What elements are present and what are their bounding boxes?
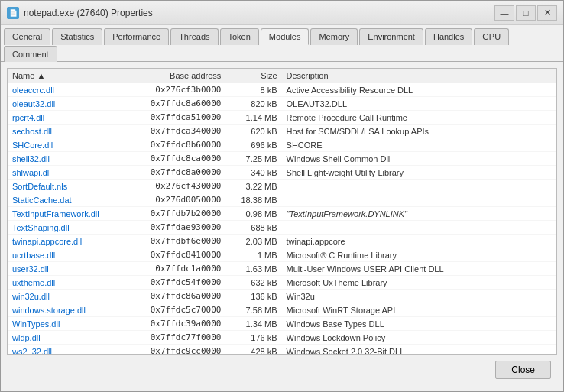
cell-size: 136 kB xyxy=(225,290,281,303)
cell-desc xyxy=(282,193,556,207)
minimize-button[interactable]: — xyxy=(494,5,514,21)
table-row[interactable]: uxtheme.dll0x7ffdc54f0000632 kBMicrosoft… xyxy=(8,276,556,290)
table-row[interactable]: rpcrt4.dll0x7ffdca5100001.14 MBRemote Pr… xyxy=(8,111,556,125)
table-row[interactable]: shlwapi.dll0x7ffdc8a00000340 kBShell Lig… xyxy=(8,166,556,180)
table-row[interactable]: oleaccrc.dll0x276cf3b00008 kBActive Acce… xyxy=(8,83,556,97)
cell-desc: Host for SCM/SDDL/LSA Lookup APIs xyxy=(282,125,556,138)
cell-desc xyxy=(282,221,556,235)
table-row[interactable]: win32u.dll0x7ffdc86a0000136 kBWin32u xyxy=(8,290,556,303)
cell-desc: Win32u xyxy=(282,290,556,303)
table-scroll-area[interactable]: Name ▲ Base address Size Description ole… xyxy=(8,69,556,354)
cell-baseaddr: 0x7ffdc39a0000 xyxy=(127,317,226,331)
tab-environment[interactable]: Environment xyxy=(359,28,423,45)
table-row[interactable]: SHCore.dll0x7ffdc8b60000696 kBSHCORE xyxy=(8,138,556,152)
col-header-size[interactable]: Size xyxy=(225,69,281,83)
cell-desc: Multi-User Windows USER API Client DLL xyxy=(282,262,556,276)
cell-name: user32.dll xyxy=(8,262,127,276)
title-bar: 📄 notepad.exe (27640) Properties — □ ✕ xyxy=(1,1,563,25)
tab-performance[interactable]: Performance xyxy=(104,28,169,45)
tab-threads[interactable]: Threads xyxy=(170,28,218,45)
cell-desc: Microsoft® C Runtime Library xyxy=(282,248,556,262)
col-header-desc[interactable]: Description xyxy=(282,69,556,83)
cell-baseaddr: 0x276d0050000 xyxy=(127,193,226,207)
cell-baseaddr: 0x276cf430000 xyxy=(127,180,226,193)
cell-baseaddr: 0x7ffdca340000 xyxy=(127,125,226,138)
app-icon: 📄 xyxy=(7,7,19,19)
tab-comment[interactable]: Comment xyxy=(4,46,57,62)
sort-arrow-icon: ▲ xyxy=(37,71,45,80)
table-row[interactable]: WinTypes.dll0x7ffdc39a00001.34 MBWindows… xyxy=(8,317,556,331)
cell-baseaddr: 0x7ffdbf6e0000 xyxy=(127,235,226,248)
col-header-baseaddr[interactable]: Base address xyxy=(127,69,226,83)
cell-baseaddr: 0x7ffdc77f0000 xyxy=(127,331,226,345)
table-row[interactable]: user32.dll0x7ffdc1a00001.63 MBMulti-User… xyxy=(8,262,556,276)
tab-memory[interactable]: Memory xyxy=(310,28,358,45)
table-header-row: Name ▲ Base address Size Description xyxy=(8,69,556,83)
table-row[interactable]: StaticCache.dat0x276d005000018.38 MB xyxy=(8,193,556,207)
cell-name: ws2_32.dll xyxy=(8,345,127,355)
table-row[interactable]: SortDefault.nls0x276cf4300003.22 MB xyxy=(8,180,556,193)
cell-baseaddr: 0x7ffdc8a60000 xyxy=(127,97,226,111)
cell-desc: Windows Lockdown Policy xyxy=(282,331,556,345)
tabs-bar: General Statistics Performance Threads T… xyxy=(1,25,563,62)
table-row[interactable]: TextShaping.dll0x7ffdae930000688 kB xyxy=(8,221,556,235)
table-row[interactable]: twinapi.appcore.dll0x7ffdbf6e00002.03 MB… xyxy=(8,235,556,248)
cell-desc: OLEAUT32.DLL xyxy=(282,97,556,111)
cell-size: 7.58 MB xyxy=(225,303,281,317)
cell-baseaddr: 0x7ffdc1a0000 xyxy=(127,262,226,276)
cell-size: 1.14 MB xyxy=(225,111,281,125)
cell-baseaddr: 0x7ffdc8ca0000 xyxy=(127,152,226,166)
cell-size: 3.22 MB xyxy=(225,180,281,193)
cell-size: 18.38 MB xyxy=(225,193,281,207)
cell-size: 632 kB xyxy=(225,276,281,290)
tab-modules[interactable]: Modules xyxy=(261,28,310,45)
cell-size: 1.34 MB xyxy=(225,317,281,331)
table-row[interactable]: wldp.dll0x7ffdc77f0000176 kBWindows Lock… xyxy=(8,331,556,345)
window-close-button[interactable]: ✕ xyxy=(537,5,557,21)
table-row[interactable]: TextInputFramework.dll0x7ffdb7b200000.98… xyxy=(8,207,556,221)
content-area: Name ▲ Base address Size Description ole… xyxy=(1,62,563,391)
cell-name: shlwapi.dll xyxy=(8,166,127,180)
cell-size: 428 kB xyxy=(225,345,281,355)
cell-size: 696 kB xyxy=(225,138,281,152)
cell-baseaddr: 0x7ffdb7b20000 xyxy=(127,207,226,221)
cell-desc xyxy=(282,180,556,193)
cell-baseaddr: 0x7ffdc8410000 xyxy=(127,248,226,262)
cell-desc: Remote Procedure Call Runtime xyxy=(282,111,556,125)
tab-general[interactable]: General xyxy=(4,28,50,45)
table-row[interactable]: windows.storage.dll0x7ffdc5c700007.58 MB… xyxy=(8,303,556,317)
cell-size: 1 MB xyxy=(225,248,281,262)
table-body: oleaccrc.dll0x276cf3b00008 kBActive Acce… xyxy=(8,83,556,355)
tab-handles[interactable]: Handles xyxy=(425,28,472,45)
col-header-name[interactable]: Name ▲ xyxy=(8,69,127,83)
modules-table: Name ▲ Base address Size Description ole… xyxy=(8,69,556,354)
close-button[interactable]: Close xyxy=(495,361,551,379)
cell-desc: Active Accessibility Resource DLL xyxy=(282,83,556,97)
tab-token[interactable]: Token xyxy=(220,28,259,45)
cell-baseaddr: 0x7ffdc9cc0000 xyxy=(127,345,226,355)
cell-name: TextShaping.dll xyxy=(8,221,127,235)
title-bar-left: 📄 notepad.exe (27640) Properties xyxy=(7,7,153,19)
cell-baseaddr: 0x7ffdc54f0000 xyxy=(127,276,226,290)
cell-desc: Windows Socket 2.0 32-Bit DLL xyxy=(282,345,556,355)
tab-statistics[interactable]: Statistics xyxy=(52,28,102,45)
table-row[interactable]: ws2_32.dll0x7ffdc9cc0000428 kBWindows So… xyxy=(8,345,556,355)
table-row[interactable]: sechost.dll0x7ffdca340000620 kBHost for … xyxy=(8,125,556,138)
cell-baseaddr: 0x276cf3b0000 xyxy=(127,83,226,97)
table-row[interactable]: ucrtbase.dll0x7ffdc84100001 MBMicrosoft®… xyxy=(8,248,556,262)
cell-size: 688 kB xyxy=(225,221,281,235)
cell-name: oleaccrc.dll xyxy=(8,83,127,97)
cell-desc: Windows Base Types DLL xyxy=(282,317,556,331)
maximize-button[interactable]: □ xyxy=(516,5,536,21)
cell-desc: Shell Light-weight Utility Library xyxy=(282,166,556,180)
cell-baseaddr: 0x7ffdc5c70000 xyxy=(127,303,226,317)
cell-desc: SHCORE xyxy=(282,138,556,152)
cell-size: 7.25 MB xyxy=(225,152,281,166)
cell-name: twinapi.appcore.dll xyxy=(8,235,127,248)
table-row[interactable]: oleaut32.dll0x7ffdc8a60000820 kBOLEAUT32… xyxy=(8,97,556,111)
tab-gpu[interactable]: GPU xyxy=(474,28,509,45)
bottom-bar: Close xyxy=(7,355,557,385)
window-title: notepad.exe (27640) Properties xyxy=(24,8,153,18)
table-row[interactable]: shell32.dll0x7ffdc8ca00007.25 MBWindows … xyxy=(8,152,556,166)
cell-name: SHCore.dll xyxy=(8,138,127,152)
